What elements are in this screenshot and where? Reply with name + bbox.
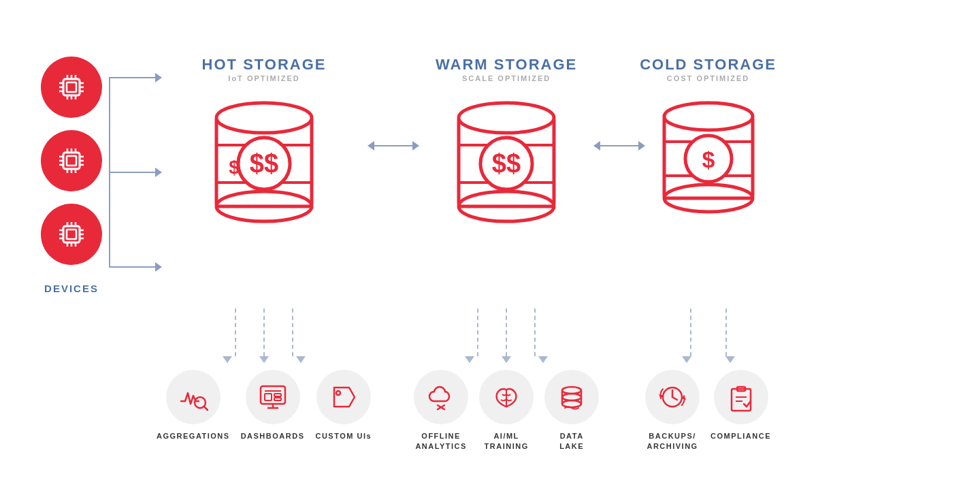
cold-dashed-connectors bbox=[690, 309, 727, 356]
devices-label: DEVICES bbox=[44, 283, 99, 294]
aiml-training-icon bbox=[479, 370, 534, 424]
devices-tree-connector bbox=[109, 70, 157, 274]
dashboards-icon bbox=[246, 370, 300, 424]
hot-storage-title: HOT STORAGE bbox=[202, 57, 327, 73]
cold-storage-title: COLD STORAGE bbox=[640, 57, 777, 73]
svg-text:$$: $$ bbox=[492, 149, 521, 178]
compliance-label: COMPLIANCE bbox=[710, 431, 771, 441]
compliance-icon bbox=[714, 370, 768, 424]
cold-arrow-heads bbox=[682, 356, 735, 363]
feature-offline-analytics: OFFLINEANALYTICS bbox=[414, 370, 468, 451]
backups-archiving-label: BACKUPS/ARCHIVING bbox=[647, 431, 698, 451]
hot-storage-icon: $$ $ bbox=[210, 91, 318, 230]
feature-compliance: COMPLIANCE bbox=[710, 370, 771, 451]
svg-rect-0 bbox=[63, 79, 80, 95]
feature-data-lake: DATALAKE bbox=[544, 370, 599, 451]
svg-point-78 bbox=[664, 103, 753, 130]
aggregations-label: AGGREGATIONS bbox=[157, 431, 230, 441]
svg-point-70 bbox=[562, 387, 581, 394]
aiml-training-label: AI/MLTRAINING bbox=[485, 431, 529, 451]
cold-storage-icon: $ bbox=[657, 91, 760, 223]
hot-features: AGGREGATIONS bbox=[157, 370, 372, 441]
svg-line-51 bbox=[204, 407, 208, 410]
svg-rect-56 bbox=[274, 398, 281, 400]
arrow-warm-cold bbox=[599, 145, 640, 146]
svg-line-86 bbox=[672, 397, 677, 400]
diagram: DEVICES HOT STORAGE IoT OPTIMIZED bbox=[20, 12, 960, 475]
cold-storage-subtitle: COST OPTIMIZED bbox=[667, 74, 750, 82]
warm-storage-icon: $$ bbox=[452, 91, 561, 230]
devices-section: DEVICES bbox=[41, 57, 102, 294]
aggregations-icon bbox=[166, 370, 220, 424]
feature-dashboards: DASHBOARDS bbox=[241, 370, 305, 441]
svg-rect-55 bbox=[274, 394, 281, 396]
svg-rect-54 bbox=[265, 394, 272, 400]
custom-uis-icon bbox=[316, 370, 371, 424]
feature-aggregations: AGGREGATIONS bbox=[157, 370, 230, 441]
hot-dashed-connectors bbox=[235, 309, 293, 356]
device-icon-1 bbox=[41, 57, 102, 118]
hot-storage-subtitle: IoT OPTIMIZED bbox=[228, 74, 299, 82]
svg-rect-28 bbox=[63, 226, 80, 242]
feature-aiml-training: AI/MLTRAINING bbox=[479, 370, 534, 451]
svg-point-61 bbox=[459, 103, 554, 133]
svg-point-73 bbox=[562, 394, 581, 400]
offline-analytics-label: OFFLINEANALYTICS bbox=[415, 431, 466, 451]
warm-storage-tier: WARM STORAGE SCALE OPTIMIZED $$ bbox=[414, 57, 599, 451]
feature-custom-uis: CUSTOM UIs bbox=[315, 370, 372, 441]
cold-features: BACKUPS/ARCHIVING bbox=[645, 370, 771, 451]
warm-dashed-connectors bbox=[477, 309, 536, 356]
device-icon-2 bbox=[41, 130, 102, 191]
svg-rect-29 bbox=[67, 230, 76, 239]
hot-arrow-heads bbox=[223, 356, 306, 363]
svg-point-76 bbox=[562, 400, 581, 407]
svg-text:$: $ bbox=[229, 157, 240, 178]
svg-rect-1 bbox=[67, 82, 76, 92]
offline-analytics-icon bbox=[414, 370, 468, 424]
cold-storage-tier: COLD STORAGE COST OPTIMIZED $ bbox=[640, 57, 777, 451]
svg-rect-15 bbox=[67, 156, 76, 166]
data-lake-label: DATALAKE bbox=[559, 431, 584, 451]
svg-rect-14 bbox=[63, 153, 80, 169]
warm-storage-subtitle: SCALE OPTIMIZED bbox=[462, 74, 551, 82]
custom-uis-label: CUSTOM UIs bbox=[315, 431, 372, 441]
dashboards-label: DASHBOARDS bbox=[241, 431, 305, 441]
backups-archiving-icon bbox=[645, 370, 700, 424]
svg-point-43 bbox=[216, 103, 312, 133]
svg-text:$$: $$ bbox=[250, 149, 278, 178]
feature-backups-archiving: BACKUPS/ARCHIVING bbox=[645, 370, 700, 451]
svg-rect-89 bbox=[732, 389, 751, 411]
svg-point-59 bbox=[336, 391, 340, 395]
hot-storage-tier: HOT STORAGE IoT OPTIMIZED bbox=[157, 57, 372, 441]
data-lake-icon bbox=[544, 370, 599, 424]
warm-storage-title: WARM STORAGE bbox=[436, 57, 577, 73]
arrow-hot-warm bbox=[372, 145, 414, 146]
warm-arrow-heads bbox=[465, 356, 548, 363]
device-icon-3 bbox=[41, 204, 102, 265]
warm-features: OFFLINEANALYTICS bbox=[414, 370, 599, 451]
svg-text:$: $ bbox=[702, 146, 715, 172]
